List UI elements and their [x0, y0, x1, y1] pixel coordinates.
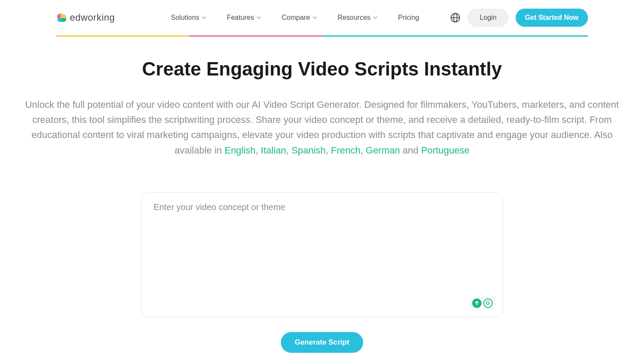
suggestion-icon[interactable] — [472, 298, 482, 308]
lang-german-link[interactable]: German — [366, 145, 400, 156]
globe-icon[interactable] — [450, 13, 460, 23]
chevron-down-icon — [373, 16, 377, 20]
chevron-down-icon — [202, 16, 206, 20]
sep: , — [326, 145, 331, 156]
nav: Solutions Features Compare Resources Pri… — [171, 14, 433, 22]
concept-input[interactable] — [142, 193, 503, 317]
sep: , — [286, 145, 291, 156]
nav-solutions[interactable]: Solutions — [171, 14, 206, 22]
header-actions: Login Get Started Now — [450, 9, 588, 27]
nav-pricing[interactable]: Pricing — [398, 14, 419, 22]
sep: , — [361, 145, 366, 156]
nav-label: Compare — [282, 14, 310, 22]
nav-label: Resources — [338, 14, 370, 22]
login-button[interactable]: Login — [467, 9, 508, 27]
lang-spanish-link[interactable]: Spanish — [292, 145, 326, 156]
header: edworking Solutions Features Compare Res… — [0, 0, 644, 35]
nav-resources[interactable]: Resources — [338, 14, 377, 22]
nav-compare[interactable]: Compare — [282, 14, 317, 22]
logo-icon — [56, 12, 67, 23]
main: Create Engaging Video Scripts Instantly … — [0, 37, 644, 353]
input-badges: G — [470, 297, 495, 309]
logo-text: edworking — [70, 12, 115, 23]
lang-french-link[interactable]: French — [331, 145, 360, 156]
sep: , — [255, 145, 261, 156]
nav-label: Solutions — [171, 14, 199, 22]
page-title: Create Engaging Video Scripts Instantly — [0, 58, 644, 80]
grammarly-icon[interactable]: G — [483, 298, 493, 308]
get-started-button[interactable]: Get Started Now — [516, 9, 588, 27]
generate-script-button[interactable]: Generate Script — [281, 332, 363, 353]
input-area: G — [141, 192, 503, 317]
chevron-down-icon — [313, 16, 317, 20]
desc-and: and — [400, 145, 421, 156]
chevron-down-icon — [257, 16, 261, 20]
nav-features[interactable]: Features — [227, 14, 261, 22]
lang-portuguese-link[interactable]: Portuguese — [421, 145, 470, 156]
nav-label: Pricing — [398, 14, 419, 22]
lang-english-link[interactable]: English — [224, 145, 255, 156]
hero-description: Unlock the full potential of your video … — [0, 97, 644, 158]
nav-label: Features — [227, 14, 254, 22]
lang-italian-link[interactable]: Italian — [261, 145, 286, 156]
logo[interactable]: edworking — [56, 12, 115, 23]
